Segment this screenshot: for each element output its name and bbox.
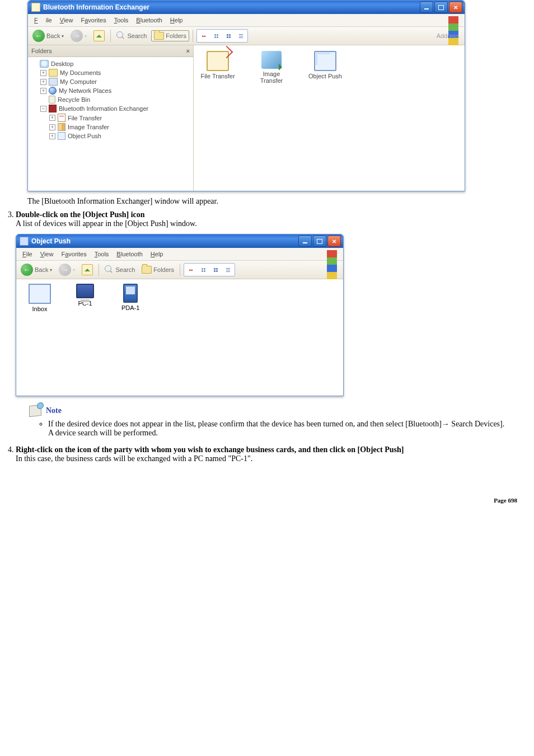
- menu-file[interactable]: File: [30, 15, 56, 25]
- menu-help[interactable]: Help: [147, 249, 167, 259]
- view-thumbnails-icon[interactable]: ▪▪: [185, 265, 196, 275]
- back-button[interactable]: ←Back▾: [18, 262, 54, 277]
- windows-flag-icon: [323, 248, 341, 260]
- item-image-transfer[interactable]: Image Transfer: [252, 51, 291, 84]
- menu-view[interactable]: View: [36, 249, 58, 259]
- minimize-button[interactable]: [298, 236, 312, 247]
- up-button[interactable]: [91, 29, 107, 43]
- menu-help[interactable]: Help: [166, 15, 187, 25]
- item-label: Object Push: [306, 73, 345, 79]
- expand-icon[interactable]: +: [40, 70, 46, 76]
- item-file-transfer[interactable]: File Transfer: [198, 51, 237, 84]
- view-tiles-icon[interactable]: [210, 31, 222, 41]
- view-switcher[interactable]: ▪▪ ☰: [184, 263, 235, 276]
- forward-button[interactable]: →▾: [57, 262, 77, 277]
- tree-recycle-bin[interactable]: Recycle Bin: [31, 95, 193, 104]
- window-title: Object Push: [31, 237, 298, 245]
- minimize-button[interactable]: [420, 2, 433, 13]
- menu-bluetooth[interactable]: Bluetooth: [132, 15, 166, 25]
- titlebar[interactable]: Object Push: [16, 234, 343, 248]
- view-tiles-icon[interactable]: [198, 265, 209, 275]
- toolbar: ←Back▾ →▾ Search Folders ▪▪ ☰ Address: [28, 27, 465, 45]
- bluetooth-exchanger-window: Bluetooth Information Exchanger File Vie…: [27, 0, 465, 191]
- folder-icon: [49, 69, 58, 77]
- note-icon: [29, 405, 41, 417]
- folder-icon: [31, 3, 40, 12]
- item-object-push[interactable]: Object Push: [306, 51, 345, 84]
- caption-text: The [Bluetooth Information Exchanger] wi…: [27, 197, 528, 206]
- tree-network-places[interactable]: +My Network Places: [31, 86, 193, 95]
- menu-favorites[interactable]: Favorites: [57, 249, 90, 259]
- tree-file-transfer[interactable]: +File Transfer: [31, 113, 193, 123]
- item-pda-1[interactable]: PDA-1: [114, 284, 147, 311]
- object-push-window: Object Push File View Favorites Tools Bl…: [16, 234, 344, 396]
- step-4: Right-click on the icon of the party wit…: [16, 445, 528, 463]
- note-label: Note: [46, 406, 62, 415]
- close-button[interactable]: [327, 236, 341, 247]
- view-thumbnails-icon[interactable]: ▪▪: [198, 31, 209, 41]
- pda-icon: [123, 284, 138, 303]
- tree-image-transfer[interactable]: +Image Transfer: [31, 123, 193, 132]
- folder-tree-pane: Folders × Desktop +My Documents +My Comp…: [28, 45, 194, 191]
- file-transfer-icon: [207, 51, 229, 71]
- tree-bluetooth-exchanger[interactable]: −Bluetooth Information Exchanger: [31, 104, 193, 113]
- window-title: Bluetooth Information Exchanger: [43, 3, 420, 11]
- menu-view[interactable]: View: [56, 15, 77, 25]
- item-label: Inbox: [23, 306, 57, 312]
- expand-icon[interactable]: +: [40, 79, 46, 85]
- search-button[interactable]: Search: [102, 264, 137, 275]
- item-label: Image Transfer: [252, 71, 291, 84]
- menu-file[interactable]: File: [18, 249, 36, 259]
- item-inbox[interactable]: Inbox: [23, 284, 57, 312]
- tree-my-computer[interactable]: +My Computer: [31, 77, 193, 86]
- address-label: Address: [437, 32, 462, 39]
- step-heading: Right-click on the icon of the party wit…: [16, 445, 404, 454]
- maximize-button[interactable]: [313, 236, 326, 247]
- expand-icon[interactable]: +: [40, 88, 46, 94]
- view-switcher[interactable]: ▪▪ ☰: [196, 29, 248, 43]
- back-button[interactable]: ←Back▾: [30, 29, 66, 43]
- expand-icon[interactable]: +: [49, 133, 55, 139]
- object-push-icon: [314, 51, 336, 71]
- maximize-button[interactable]: [434, 2, 448, 13]
- view-icons-icon[interactable]: [210, 265, 221, 275]
- computer-icon: [76, 284, 94, 298]
- menu-favorites[interactable]: Favorites: [77, 15, 110, 25]
- content-pane: File Transfer Image Transfer Object Push: [194, 45, 465, 191]
- pane-close-button[interactable]: ×: [186, 48, 190, 54]
- menu-tools[interactable]: Tools: [91, 249, 113, 259]
- pane-title: Folders: [31, 48, 52, 54]
- close-button[interactable]: [449, 2, 462, 13]
- image-transfer-icon: [58, 123, 65, 131]
- forward-button[interactable]: →▾: [68, 29, 89, 43]
- menu-tools[interactable]: Tools: [110, 15, 133, 25]
- step-body: A list of devices will appear in the [Ob…: [16, 219, 197, 228]
- titlebar[interactable]: Bluetooth Information Exchanger: [28, 1, 465, 14]
- folders-button[interactable]: Folders: [139, 265, 176, 275]
- content-pane: Inbox PC-1 PDA-1: [16, 279, 343, 396]
- search-button[interactable]: Search: [114, 30, 149, 41]
- item-pc-1[interactable]: PC-1: [68, 284, 102, 307]
- folders-button[interactable]: Folders: [151, 30, 189, 41]
- recycle-bin-icon: [49, 96, 55, 104]
- note-list: If the desired device does not appear in…: [48, 420, 528, 438]
- bluetooth-icon: [49, 105, 57, 112]
- menubar: File View Favorites Tools Bluetooth Help: [16, 248, 343, 261]
- step-body: In this case, the business cards will be…: [16, 454, 252, 463]
- view-list-icon[interactable]: ☰: [222, 265, 233, 275]
- expand-icon[interactable]: +: [49, 115, 55, 121]
- view-icons-icon[interactable]: [223, 31, 234, 41]
- footer-label: Page: [494, 497, 507, 504]
- tree-my-documents[interactable]: +My Documents: [31, 68, 193, 77]
- computer-icon: [49, 78, 58, 86]
- toolbar: ←Back▾ →▾ Search Folders ▪▪ ☰: [16, 261, 343, 279]
- tree-object-push[interactable]: +Object Push: [31, 132, 193, 140]
- view-list-icon[interactable]: ☰: [235, 31, 246, 41]
- tree-desktop[interactable]: Desktop: [31, 59, 193, 68]
- up-button[interactable]: [79, 263, 95, 276]
- windows-flag-icon: [444, 15, 462, 26]
- collapse-icon[interactable]: −: [40, 106, 46, 112]
- menu-bluetooth[interactable]: Bluetooth: [113, 249, 147, 259]
- item-label: File Transfer: [198, 73, 237, 79]
- expand-icon[interactable]: +: [49, 124, 55, 130]
